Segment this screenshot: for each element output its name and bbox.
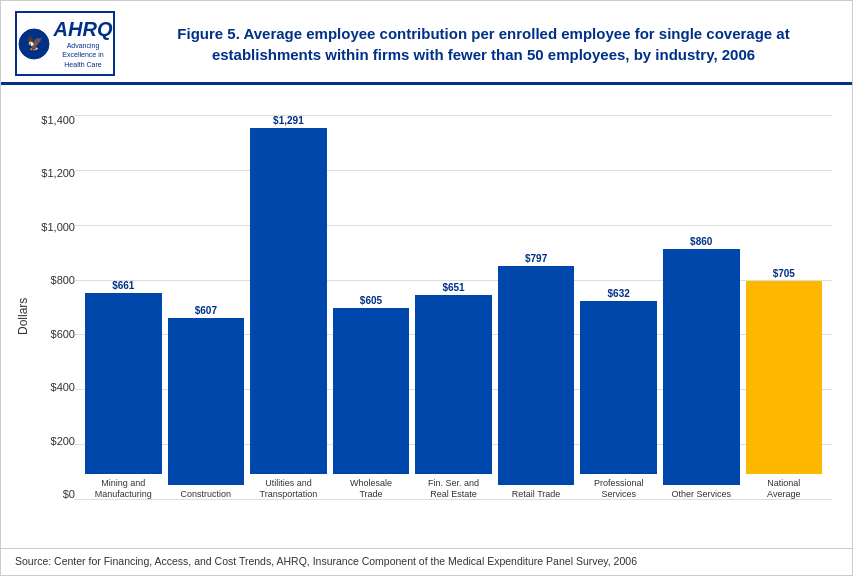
bar-value-label: $651: [442, 282, 464, 293]
bar-col: $651Fin. Ser. and Real Estate: [415, 115, 492, 500]
bar-x-label: Utilities and Transportation: [250, 478, 327, 500]
bar-col: $1,291Utilities and Transportation: [250, 115, 327, 500]
bar-x-label: National Average: [746, 478, 823, 500]
bar-rect: [333, 308, 410, 474]
bar-x-label: Construction: [168, 489, 245, 500]
bar-x-label: Other Services: [663, 489, 740, 500]
bar-col: $607Construction: [168, 115, 245, 500]
y-tick: $0: [31, 489, 75, 500]
y-tick: $1,400: [31, 115, 75, 126]
bar-rect: [85, 293, 162, 475]
bar-col: $705National Average: [746, 115, 823, 500]
bar-value-label: $632: [608, 288, 630, 299]
y-tick: $400: [31, 382, 75, 393]
y-tick: $800: [31, 275, 75, 286]
logo-ahrq-text: AHRQ: [54, 18, 113, 41]
hhs-seal: 🦅: [18, 28, 50, 60]
y-axis-label: Dollars: [11, 95, 31, 538]
bar-col: $797Retail Trade: [498, 115, 575, 500]
chart-area: Dollars $0$200$400$600$800$1,000$1,200$1…: [1, 85, 852, 548]
bar-rect: [168, 318, 245, 485]
chart-body: $0$200$400$600$800$1,000$1,200$1,400 $66…: [31, 95, 832, 538]
bar-col: $605Wholesale Trade: [333, 115, 410, 500]
bar-col: $860Other Services: [663, 115, 740, 500]
bar-value-label: $607: [195, 305, 217, 316]
bar-value-label: $705: [773, 268, 795, 279]
bar-x-label: Wholesale Trade: [333, 478, 410, 500]
bar-rect: [498, 266, 575, 485]
bar-x-label: Professional Services: [580, 478, 657, 500]
bars-grid: $661Mining and Manufacturing$607Construc…: [75, 95, 832, 538]
y-tick: $1,200: [31, 168, 75, 179]
bar-value-label: $661: [112, 280, 134, 291]
bar-value-label: $860: [690, 236, 712, 247]
bar-rect: [663, 249, 740, 486]
source-text: Source: Center for Financing, Access, an…: [1, 548, 852, 575]
y-tick: $1,000: [31, 222, 75, 233]
bar-rect: [580, 301, 657, 475]
bar-col: $661Mining and Manufacturing: [85, 115, 162, 500]
logo-subtext: Advancing Excellence in Health Care: [54, 41, 113, 68]
chart-title: Figure 5. Average employee contribution …: [129, 23, 838, 65]
header: 🦅 AHRQ Advancing Excellence in Health Ca…: [1, 1, 852, 85]
bar-x-label: Fin. Ser. and Real Estate: [415, 478, 492, 500]
y-tick: $200: [31, 436, 75, 447]
chart-inner: $0$200$400$600$800$1,000$1,200$1,400 $66…: [31, 95, 832, 538]
y-tick: $600: [31, 329, 75, 340]
y-axis: $0$200$400$600$800$1,000$1,200$1,400: [31, 95, 75, 538]
bar-rect: [250, 128, 327, 474]
bar-x-label: Retail Trade: [498, 489, 575, 500]
page-container: 🦅 AHRQ Advancing Excellence in Health Ca…: [0, 0, 853, 576]
svg-text:🦅: 🦅: [25, 35, 43, 52]
bars-row: $661Mining and Manufacturing$607Construc…: [75, 115, 832, 500]
bars-section: $661Mining and Manufacturing$607Construc…: [75, 95, 832, 538]
bar-col: $632Professional Services: [580, 115, 657, 500]
bar-x-label: Mining and Manufacturing: [85, 478, 162, 500]
bar-value-label: $605: [360, 295, 382, 306]
bar-rect: [415, 295, 492, 474]
bar-value-label: $797: [525, 253, 547, 264]
logo-box: 🦅 AHRQ Advancing Excellence in Health Ca…: [15, 11, 115, 76]
bar-rect: [746, 281, 823, 475]
bar-value-label: $1,291: [273, 115, 304, 126]
